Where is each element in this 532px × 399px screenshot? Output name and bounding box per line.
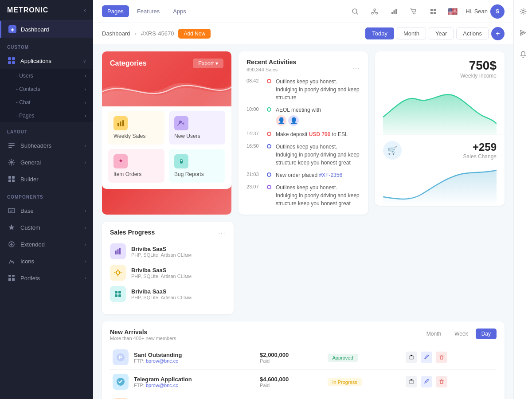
sidebar-collapse-icon[interactable]: ‹: [84, 7, 86, 14]
subheaders-label: Subheaders: [20, 142, 80, 149]
svg-rect-24: [395, 9, 397, 14]
rs-bell-icon[interactable]: [516, 47, 530, 61]
sidebar-item-base[interactable]: Base ›: [0, 202, 93, 219]
sidebar-item-extended[interactable]: Extended ›: [0, 236, 93, 253]
sidebar-item-icons[interactable]: Icons ›: [0, 253, 93, 270]
section-components: COMPONENTS: [0, 188, 93, 202]
svg-rect-41: [115, 291, 117, 293]
tile-weekly-sales[interactable]: Weekly Sales: [108, 111, 164, 145]
badge-0: Approved: [328, 354, 357, 362]
svg-rect-27: [430, 9, 433, 11]
action-edit-0[interactable]: [421, 352, 432, 363]
btn-month[interactable]: Month: [397, 27, 426, 39]
action-delete-0[interactable]: [436, 352, 447, 363]
extended-chevron: ›: [85, 242, 86, 247]
icons-label: Icons: [20, 258, 80, 265]
app-name-0: Sant Outstanding: [134, 352, 254, 358]
sidebar-item-general[interactable]: General ›: [0, 154, 93, 171]
weekly-income-amount: 750$: [383, 59, 497, 73]
sales-change-chart: [383, 161, 497, 206]
btn-year[interactable]: Year: [429, 27, 454, 39]
add-icon-button[interactable]: +: [491, 27, 505, 40]
app-ftp-1: FTP: bprow@bnc.cc: [134, 383, 254, 388]
add-new-button[interactable]: Add New: [178, 29, 211, 39]
tile-item-orders[interactable]: Item Orders: [108, 149, 164, 183]
chart-icon[interactable]: [387, 5, 401, 18]
svg-rect-39: [119, 248, 121, 254]
rs-settings-icon[interactable]: [516, 4, 530, 19]
tab-features[interactable]: Features: [132, 5, 165, 17]
svg-rect-31: [117, 123, 119, 126]
grid-icon[interactable]: [426, 5, 440, 18]
right-sidebar: [513, 0, 532, 399]
sidebar-item-pages[interactable]: - Pages›: [0, 109, 93, 122]
main-area: Pages Features Apps 🇺🇸 Hi, Sean S: [93, 0, 513, 399]
general-icon: [7, 158, 16, 167]
sidebar-item-subheaders[interactable]: Subheaders ›: [0, 137, 93, 154]
svg-rect-15: [12, 275, 15, 277]
network-icon[interactable]: [368, 5, 381, 18]
arrivals-tab-month[interactable]: Month: [421, 329, 447, 339]
amount-sub-1: Paid: [260, 383, 322, 388]
activities-menu-icon[interactable]: ···: [352, 65, 360, 71]
svg-point-25: [413, 13, 414, 14]
sidebar-item-builder[interactable]: Builder: [0, 171, 93, 188]
action-edit-1[interactable]: [421, 376, 432, 387]
applications-chevron: ∨: [83, 59, 86, 63]
sidebar-item-chat[interactable]: - Chat›: [0, 96, 93, 109]
app-icon-0: P: [113, 349, 129, 365]
svg-point-20: [372, 12, 373, 14]
progress-menu-icon[interactable]: ···: [218, 230, 226, 236]
btn-today[interactable]: Today: [365, 27, 394, 39]
sidebar-item-portlets[interactable]: Portlets ›: [0, 270, 93, 286]
user-menu[interactable]: Hi, Sean S: [466, 4, 505, 19]
section-custom: CUSTOM: [0, 38, 93, 52]
arrivals-tab-week[interactable]: Week: [449, 329, 473, 339]
action-view-1[interactable]: [406, 376, 417, 387]
weekly-sales-icon: [113, 116, 128, 130]
cart-icon[interactable]: [407, 5, 420, 18]
activities-timeline: 08:42 Outlines keep you honest. Indulgin…: [246, 78, 360, 207]
categories-card: Categories Export ▾: [102, 51, 231, 215]
svg-rect-30: [434, 12, 436, 14]
sidebar-item-users[interactable]: - Users›: [0, 69, 93, 82]
svg-rect-47: [409, 356, 414, 359]
svg-point-66: [522, 11, 524, 13]
base-icon: [7, 206, 16, 215]
tl-item-3: 16:50 Outlines keep you honest. Indulgin…: [246, 143, 360, 167]
action-view-0[interactable]: [406, 352, 417, 363]
svg-rect-22: [391, 12, 393, 14]
activities-card: Recent Activities 890,344 Sales ··· 08:4…: [239, 51, 368, 215]
custom-chevron: ›: [85, 225, 86, 230]
sidebar-item-contacts[interactable]: - Contacts›: [0, 82, 93, 96]
activities-title: Recent Activities: [246, 59, 296, 66]
svg-point-36: [181, 160, 182, 161]
tile-new-users[interactable]: New Users: [169, 111, 225, 145]
arrivals-tab-day[interactable]: Day: [476, 329, 497, 339]
builder-label: Builder: [20, 176, 86, 183]
sidebar-item-dashboard[interactable]: ◈ Dashboard: [0, 21, 93, 38]
tile-bug-reports[interactable]: Bug Reports: [169, 149, 225, 183]
svg-text:P: P: [119, 355, 122, 360]
icons-chevron: ›: [85, 259, 86, 264]
sidebar-item-applications[interactable]: Applications ∨: [0, 52, 93, 69]
tab-pages[interactable]: Pages: [102, 5, 129, 17]
flag-icon[interactable]: 🇺🇸: [446, 5, 459, 18]
arrivals-tabs: Month Week Day: [421, 329, 497, 339]
topnav-right: 🇺🇸 Hi, Sean S: [348, 4, 505, 19]
breadcrumb-ref: #XRS-45670: [141, 30, 174, 37]
categories-title: Categories: [110, 59, 147, 67]
btn-actions[interactable]: Actions: [456, 27, 489, 39]
sidebar-item-custom[interactable]: Custom ›: [0, 219, 93, 236]
rs-send-icon[interactable]: [516, 26, 530, 40]
search-icon[interactable]: [348, 5, 362, 18]
progress-avatar-2: [110, 286, 126, 302]
dashboard-icon: ◈: [8, 25, 16, 33]
action-delete-1[interactable]: [436, 376, 447, 387]
svg-rect-23: [394, 10, 395, 14]
tab-apps[interactable]: Apps: [168, 5, 192, 17]
export-button[interactable]: Export ▾: [193, 59, 223, 68]
amount-1: $4,600,000: [260, 376, 322, 383]
breadcrumb-actions: Today Month Year Actions +: [365, 27, 505, 40]
dashboard-label: Dashboard: [21, 26, 49, 33]
